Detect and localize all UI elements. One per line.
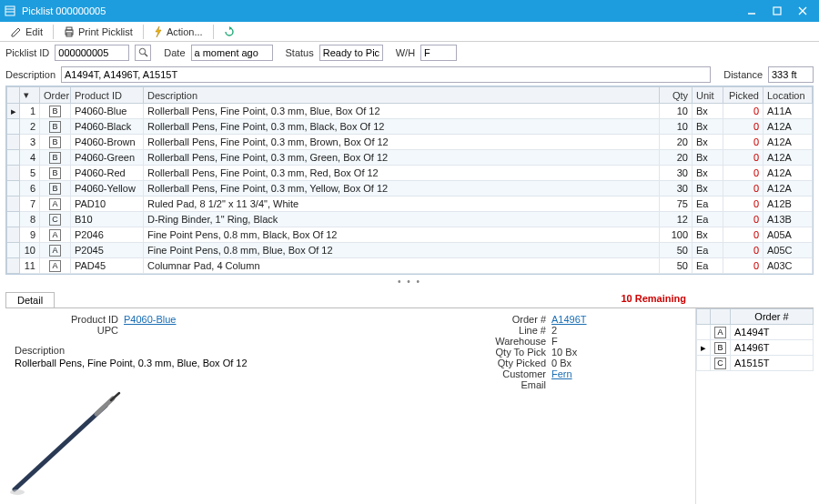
refresh-button[interactable] <box>218 23 240 41</box>
remaining-label: 10 Remaining <box>621 293 686 304</box>
separator <box>53 25 54 39</box>
distance-input[interactable] <box>768 66 814 83</box>
svg-rect-8 <box>66 27 72 30</box>
svg-point-15 <box>10 489 25 495</box>
table-row[interactable]: 3BP4060-BrownRollerball Pens, Fine Point… <box>7 135 813 150</box>
picklist-grid[interactable]: ▾ Order Product ID Description Qty Unit … <box>5 86 814 275</box>
date-label: Date <box>164 47 185 58</box>
cust-label: Customer <box>479 368 551 379</box>
table-row[interactable]: 10AP2045Fine Point Pens, 0.8 mm, Blue, B… <box>7 243 813 258</box>
order-link[interactable]: A1496T <box>551 314 587 325</box>
table-row[interactable]: 9AP2046Fine Point Pens, 0.8 mm, Black, B… <box>7 227 813 243</box>
action-label: Action... <box>167 26 203 37</box>
picklist-id-input[interactable] <box>55 45 129 61</box>
svg-line-11 <box>145 54 147 56</box>
edit-label: Edit <box>25 26 43 37</box>
qp-label: Qty Picked <box>479 358 551 368</box>
detail-desc-label: Description <box>15 345 70 356</box>
edit-button[interactable]: Edit <box>5 23 48 41</box>
pen-image <box>5 389 124 499</box>
minimize-button[interactable] <box>739 0 764 22</box>
rowhead[interactable] <box>7 87 20 104</box>
table-row[interactable]: 7APAD10Ruled Pad, 8 1/2" x 11 3/4", Whit… <box>7 197 813 212</box>
lookup-button[interactable] <box>135 45 151 61</box>
line-value: 2 <box>551 325 557 336</box>
wh-label: W/H <box>396 47 415 58</box>
print-button[interactable]: Print Picklist <box>58 23 138 41</box>
close-button[interactable] <box>790 0 815 22</box>
table-row[interactable]: 8CB10D-Ring Binder, 1" Ring, Black12Ea0A… <box>7 212 813 227</box>
detail-upc-label: UPC <box>15 325 124 336</box>
lightning-icon <box>154 26 163 37</box>
distance-label: Distance <box>723 69 763 80</box>
picklist-id-label: Picklist ID <box>5 47 49 58</box>
wh2-label: Warehouse <box>479 336 551 347</box>
qtp-value: 10 Bx <box>551 347 577 358</box>
app-icon <box>4 5 16 17</box>
wh-input[interactable] <box>420 45 457 61</box>
detail-productid-label: Product ID <box>15 314 124 325</box>
action-button[interactable]: Action... <box>148 23 208 41</box>
wh2-value: F <box>551 336 558 347</box>
col-rownum[interactable]: ▾ <box>20 87 40 104</box>
col-unit[interactable]: Unit <box>693 87 723 104</box>
description-input[interactable] <box>61 66 711 83</box>
detail-productid-link[interactable]: P4060-Blue <box>124 314 177 325</box>
separator <box>213 25 214 39</box>
toolbar: Edit Print Picklist Action... <box>0 22 819 42</box>
orders-panel: Order # AA1494T▸BA1496TCA1515T <box>695 308 814 504</box>
col-location[interactable]: Location <box>763 87 813 104</box>
table-row[interactable]: ▸1BP4060-BlueRollerball Pens, Fine Point… <box>7 104 813 119</box>
col-product-id[interactable]: Product ID <box>71 87 144 104</box>
table-row[interactable]: 6BP4060-YellowRollerball Pens, Fine Poin… <box>7 181 813 197</box>
table-row[interactable]: 4BP4060-GreenRollerball Pens, Fine Point… <box>7 150 813 166</box>
description-label: Description <box>5 69 56 80</box>
col-picked[interactable]: Picked <box>723 87 763 104</box>
svg-point-10 <box>139 48 145 54</box>
table-row[interactable]: 11APAD45Columnar Pad, 4 Column50Ea0A03C <box>7 258 813 274</box>
col-qty[interactable]: Qty <box>660 87 693 104</box>
email-label: Email <box>479 379 551 390</box>
orders-col-order[interactable]: Order # <box>731 309 814 325</box>
splitter-dots[interactable]: • • • <box>0 277 819 287</box>
form-row-2: Description Distance <box>0 64 819 86</box>
order-label: Order # <box>479 314 551 325</box>
table-row[interactable]: 2BP4060-BlackRollerball Pens, Fine Point… <box>7 119 813 135</box>
detail-panel: Product IDP4060-Blue UPC Description Rol… <box>5 307 814 504</box>
print-label: Print Picklist <box>78 26 133 37</box>
tab-strip: Detail 10 Remaining <box>5 292 814 307</box>
table-row[interactable]: 5BP4060-RedRollerball Pens, Fine Point, … <box>7 166 813 181</box>
svg-rect-4 <box>774 7 781 15</box>
col-description[interactable]: Description <box>144 87 660 104</box>
qtp-label: Qty To Pick <box>479 347 551 358</box>
status-input[interactable] <box>319 45 383 61</box>
separator <box>143 25 144 39</box>
pencil-icon <box>11 26 22 37</box>
svg-rect-0 <box>5 6 15 15</box>
search-icon <box>138 47 148 59</box>
line-label: Line # <box>479 325 551 336</box>
orders-row[interactable]: CA1515T <box>697 356 814 371</box>
printer-icon <box>64 26 75 37</box>
qp-value: 0 Bx <box>551 358 571 368</box>
orders-row[interactable]: ▸BA1496T <box>697 340 814 356</box>
form-row-1: Picklist ID Date Status W/H <box>0 42 819 64</box>
orders-rowhead[interactable] <box>697 309 711 325</box>
svg-line-12 <box>15 406 106 489</box>
orders-row[interactable]: AA1494T <box>697 325 814 340</box>
window-title: Picklist 000000005 <box>22 5 739 16</box>
date-input[interactable] <box>191 45 273 61</box>
cust-link[interactable]: Fern <box>551 368 572 379</box>
orders-col-badge[interactable] <box>711 309 731 325</box>
status-label: Status <box>286 47 314 58</box>
titlebar: Picklist 000000005 <box>0 0 819 22</box>
maximize-button[interactable] <box>764 0 790 22</box>
refresh-icon <box>224 26 235 37</box>
col-order[interactable]: Order <box>40 87 71 104</box>
tab-detail[interactable]: Detail <box>5 292 55 307</box>
